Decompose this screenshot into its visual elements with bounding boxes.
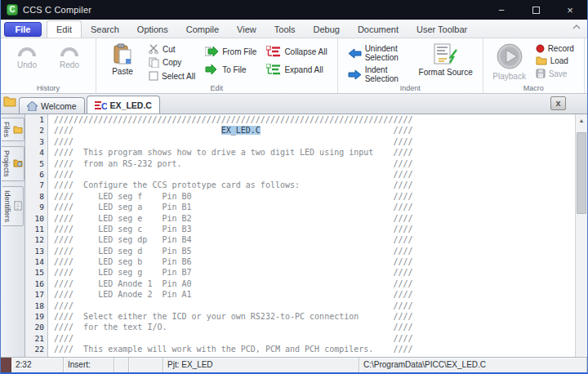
close-tab-icon: x — [555, 98, 560, 108]
indent-selection-button[interactable]: Indent Selection — [346, 64, 411, 85]
from-file-label: From File — [222, 47, 256, 56]
sidebar-item-files[interactable]: Files — [2, 118, 24, 141]
code-line[interactable]: 22//// This example will work with the P… — [25, 344, 575, 354]
sidebar-projects-label: Projects — [2, 150, 11, 177]
code-text: //// Configure the CCS prototype card as… — [54, 180, 413, 190]
menu-tab-edit[interactable]: Edit — [47, 20, 82, 38]
save-button[interactable]: Save — [534, 67, 576, 80]
menu-bar: File EditSearchOptionsCompileViewToolsDe… — [1, 20, 587, 38]
sidebar-item-identifiers[interactable]: Identifiers — [2, 186, 24, 226]
code-line[interactable]: 17//// LED Anode 2 Pin A1 //// — [25, 289, 575, 300]
identifiers-icon — [14, 201, 22, 211]
menu-tab-user-toolbar[interactable]: User Toolbar — [408, 21, 476, 38]
format-source-icon — [434, 43, 458, 65]
status-seg-3 — [114, 358, 129, 373]
status-bar: 2:32 Insert: Pjt: EX_LED C:\ProgramData\… — [1, 357, 587, 373]
code-line[interactable]: 1///////////////////////////////////////… — [25, 114, 575, 125]
code-line[interactable]: 9//// LED seg a Pin B1 //// — [25, 202, 575, 212]
svg-text:C: C — [101, 101, 107, 110]
to-file-icon — [205, 64, 219, 75]
scroll-up-icon[interactable]: ▲ — [576, 114, 587, 127]
collapse-ribbon-icon[interactable] — [572, 24, 581, 29]
vertical-scrollbar[interactable]: ▲ — [575, 114, 587, 357]
code-text: //// from an RS-232 port. //// — [54, 158, 413, 169]
code-line[interactable]: 21//// //// — [25, 333, 575, 344]
code-line[interactable]: 8//// LED seg f Pin B0 //// — [25, 191, 575, 202]
c-file-icon: C — [95, 100, 107, 110]
copy-button[interactable]: Copy — [147, 56, 197, 69]
code-line[interactable]: 5//// from an RS-232 port. //// — [25, 158, 575, 169]
scrollbar-thumb[interactable] — [577, 132, 586, 214]
format-source-button[interactable]: Format Source — [414, 42, 478, 77]
menu-tab-view[interactable]: View — [228, 21, 265, 38]
cut-label: Cut — [163, 45, 176, 54]
playback-icon — [497, 43, 523, 69]
from-file-icon — [205, 46, 219, 57]
menu-tab-compile[interactable]: Compile — [177, 21, 228, 38]
code-line[interactable]: 12//// LED seg dp Pin B4 //// — [25, 234, 575, 245]
close-tab-button[interactable]: x — [550, 96, 566, 110]
code-line[interactable]: 20//// for the text I/O. //// — [25, 322, 575, 332]
code-line[interactable]: 13//// LED seg d Pin B5 //// — [25, 246, 575, 256]
line-number: 9 — [25, 202, 48, 212]
unindent-selection-button[interactable]: Unindent Selection — [346, 42, 411, 64]
code-line[interactable]: 18//// //// — [25, 301, 575, 311]
paste-button[interactable]: Paste — [101, 42, 144, 76]
code-line[interactable]: 7//// Configure the CCS prototype card a… — [25, 180, 575, 190]
cut-button[interactable]: Cut — [147, 42, 197, 56]
menu-tab-document[interactable]: Document — [349, 21, 408, 38]
sidebar-item-projects[interactable]: Projects — [2, 146, 24, 181]
line-number: 6 — [25, 169, 48, 180]
status-grip — [1, 358, 11, 373]
code-line[interactable]: 3//// //// — [25, 136, 575, 147]
line-number: 18 — [25, 301, 48, 311]
left-dock-bar: Files Projects Identifiers — [1, 114, 24, 357]
menu-tab-tools[interactable]: Tools — [265, 21, 305, 38]
folder-icon[interactable] — [3, 96, 16, 107]
minimize-button[interactable]: − — [484, 0, 519, 20]
line-number: 4 — [25, 147, 48, 158]
maximize-button[interactable] — [519, 0, 553, 20]
menu-tab-search[interactable]: Search — [82, 21, 128, 38]
code-line[interactable]: 10//// LED seg e Pin B2 //// — [25, 213, 575, 224]
tab-ex-led-c[interactable]: C EX_LED.C — [87, 96, 160, 114]
code-line[interactable]: 15//// LED seg g Pin B7 //// — [25, 267, 575, 278]
close-button[interactable]: × — [553, 0, 587, 20]
status-seg-4 — [129, 358, 163, 373]
indent-icon — [348, 69, 362, 80]
code-line[interactable]: 19//// Select either the ICD or your own… — [25, 311, 575, 322]
code-text: //// EX_LED.C //// — [54, 125, 413, 136]
line-number: 13 — [25, 246, 48, 256]
collapse-all-button[interactable]: Collapse All — [265, 42, 328, 60]
load-button[interactable]: Load — [534, 55, 576, 67]
line-number: 19 — [25, 311, 48, 322]
code-line[interactable]: 11//// LED seg c Pin B3 //// — [25, 224, 575, 234]
code-editor[interactable]: 1///////////////////////////////////////… — [24, 114, 575, 357]
code-text: //// //// — [54, 333, 413, 344]
paste-icon — [113, 43, 132, 65]
help-zone: ? — [585, 38, 588, 93]
code-line[interactable]: 2//// EX_LED.C //// — [25, 125, 575, 136]
code-line[interactable]: 6//// //// — [25, 169, 575, 180]
select-all-button[interactable]: Select All — [147, 69, 197, 82]
code-line[interactable]: 4//// This program shows how to drive a … — [25, 147, 575, 158]
cursor-position: 2:32 — [11, 358, 64, 373]
minimize-icon: − — [498, 4, 505, 16]
code-line[interactable]: 14//// LED seg b Pin B6 //// — [25, 256, 575, 267]
code-text: //// This program shows how to drive a t… — [54, 147, 413, 158]
redo-button[interactable]: Redo — [48, 42, 91, 69]
to-file-button[interactable]: To File — [203, 60, 258, 78]
file-menu-button[interactable]: File — [4, 22, 42, 37]
record-button[interactable]: Record — [534, 42, 576, 55]
menu-tab-debug[interactable]: Debug — [304, 21, 348, 38]
project-name: Pjt: EX_LED — [163, 358, 359, 373]
playback-button[interactable]: Playback — [488, 42, 531, 81]
from-file-button[interactable]: From File — [203, 42, 258, 60]
select-all-label: Select All — [162, 72, 195, 81]
menu-tab-options[interactable]: Options — [128, 21, 177, 38]
code-line[interactable]: 16//// LED Anode 1 Pin A0 //// — [25, 278, 575, 289]
undo-button[interactable]: Undo — [6, 42, 48, 69]
maximize-icon — [532, 7, 540, 14]
expand-all-button[interactable]: Expand All — [265, 60, 328, 78]
tab-welcome[interactable]: Welcome — [19, 97, 85, 114]
